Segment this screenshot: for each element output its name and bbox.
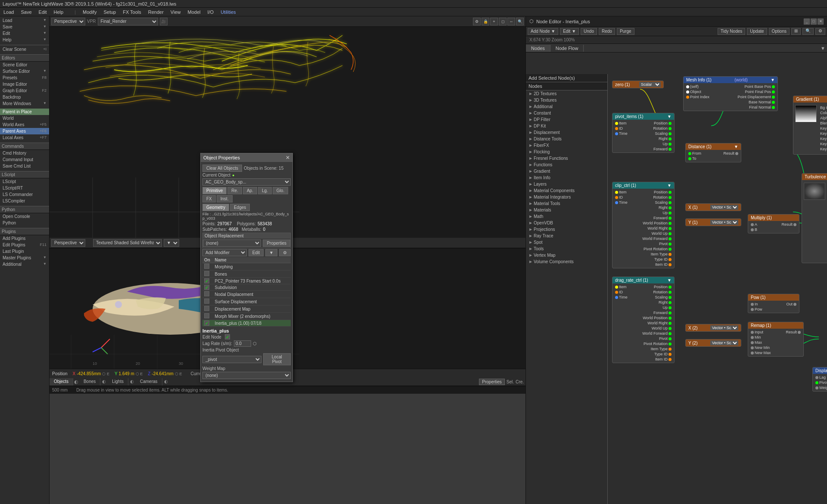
add-dp-kit[interactable]: DP Kit (526, 123, 607, 129)
menu-render[interactable]: Render (145, 9, 167, 16)
modifier-settings-btn[interactable]: ⚙ (279, 249, 291, 256)
modifier-subdivision[interactable]: Subdivision (202, 284, 291, 291)
properties-btn[interactable]: Properties (479, 379, 505, 385)
redo-btn[interactable]: Redo (599, 28, 615, 35)
node-y1[interactable]: Y (1) Vector • Scalar (685, 218, 741, 226)
tab-fx[interactable]: FX (202, 195, 216, 202)
properties-btn-obj[interactable]: Properties (263, 240, 290, 247)
toolbar-icon-6[interactable]: 🔍 (516, 18, 524, 25)
tidy-nodes-btn[interactable]: Tidy Nodes (718, 28, 745, 35)
add-material-integrators[interactable]: Material Integrators (526, 194, 607, 200)
bottom-display-2[interactable]: ▼ (164, 239, 179, 247)
node-drag-rate-arrow[interactable]: ▼ (667, 278, 672, 283)
sidebar-parent-axes[interactable]: Parent Axes+F6 (0, 128, 49, 134)
subtab-edges[interactable]: Edges (230, 204, 250, 211)
modifier-disp-map[interactable]: Displacement Map (202, 305, 291, 313)
modifier-morphing[interactable]: Morphing (202, 263, 291, 271)
checkbox-disp-map[interactable] (204, 306, 209, 311)
sidebar-world-axes[interactable]: World Axes+F5 (0, 121, 49, 128)
node-gradient[interactable]: Gradient (1) ▼ Bg Color (793, 96, 827, 155)
add-displacement[interactable]: Displacement (526, 129, 607, 136)
menu-help[interactable]: Help (50, 9, 67, 16)
sidebar-add-plugins[interactable]: Add Plugins (0, 235, 49, 242)
add-vertex-map[interactable]: Vertex Map (526, 252, 607, 258)
node-mesh-info[interactable]: Mesh Info (1) (world) ▼ (self) Point Bas… (683, 76, 778, 111)
add-2d-textures[interactable]: 2D Textures (526, 90, 607, 97)
tab-glo[interactable]: Glo. (273, 187, 288, 194)
add-volume-components[interactable]: Volume Components (526, 258, 607, 265)
add-item-info[interactable]: Item Info (526, 174, 607, 181)
menu-modify[interactable]: Modify (79, 9, 100, 16)
add-node-btn[interactable]: Add Node ▼ (528, 28, 558, 35)
lag-rate-input[interactable] (234, 340, 251, 347)
tab-lg[interactable]: Lg. (258, 187, 272, 194)
edit-btn[interactable]: Edit ▼ (560, 28, 579, 35)
add-modifier-select[interactable]: Add Modifier (202, 249, 247, 256)
checkbox-subdivision[interactable] (204, 285, 209, 290)
sidebar-help[interactable]: Help▼ (0, 37, 49, 43)
toolbar-icon-5[interactable]: ↔ (507, 18, 515, 25)
add-spot[interactable]: Spot (526, 239, 607, 246)
sidebar-cmd-history[interactable]: Cmd History (0, 150, 49, 156)
sidebar-additional[interactable]: Additional▼ (0, 261, 49, 268)
sel-btn[interactable]: Sel. (507, 380, 514, 384)
node-pow[interactable]: Pow (1) In Out Pow (748, 294, 799, 313)
node-drag-rate-ctrl[interactable]: drag_rate_ctrl (1) ▼ Item Position ID (612, 277, 675, 363)
modifier-pc2[interactable]: PC2_Pointer 73 Frames Start 0.0s (202, 278, 291, 284)
sidebar-save-cmd-list[interactable]: Save Cmd List (0, 163, 49, 169)
node-displacement[interactable]: Displacement Lag Rate (s/m) Pivot Positi… (812, 367, 827, 392)
sidebar-ls-compiler[interactable]: LSCompiler (0, 198, 49, 204)
sidebar-presets[interactable]: PresetsF8 (0, 75, 49, 81)
node-x2[interactable]: X (2) Vector • Scalar (685, 324, 741, 332)
render-mode-select[interactable]: Final_Render (98, 18, 158, 25)
sidebar-local-axes[interactable]: Local Axes+F7 (0, 134, 49, 141)
checkbox-nodal[interactable] (204, 291, 209, 296)
node-pivot-arrow[interactable]: ▼ (667, 114, 672, 119)
menu-view[interactable]: View (167, 9, 184, 16)
gear-icon[interactable]: ⚙ (815, 28, 825, 35)
menu-edit[interactable]: Edit (35, 9, 50, 16)
edit-node-checkbox[interactable] (225, 334, 230, 339)
add-flocking[interactable]: Flocking (526, 149, 607, 155)
minimize-btn[interactable]: _ (804, 19, 810, 25)
expand-btn[interactable]: ⊞ (791, 28, 801, 35)
pivot-object-select[interactable]: _pivot (202, 356, 261, 363)
edit-modifier-btn[interactable]: Edit (249, 249, 264, 256)
menu-load[interactable]: Load (0, 9, 17, 16)
sidebar-surface-editor[interactable]: Surface Editor▼ (0, 68, 49, 75)
add-math[interactable]: Math (526, 213, 607, 220)
checkbox-inertia[interactable] (204, 320, 209, 326)
modifier-inertia-plus[interactable]: Inertia_plus (1.00) 07/18 (202, 320, 291, 327)
menu-io[interactable]: I/O (204, 9, 217, 16)
menu-model[interactable]: Model (184, 9, 204, 16)
node-y1-type[interactable]: Vector • Scalar (710, 220, 738, 225)
add-constant[interactable]: Constant (526, 110, 607, 116)
tab-lights[interactable]: Lights (108, 378, 128, 386)
toolbar-icon-3[interactable]: + (490, 18, 498, 25)
sidebar-load[interactable]: Load▼ (0, 17, 49, 24)
checkbox-morphing[interactable] (204, 264, 209, 269)
maximize-btn[interactable]: □ (811, 19, 817, 25)
node-canvas-area[interactable]: zero (1) Scalar pivot_items (1) ▼ (608, 53, 827, 504)
tab-node-flow[interactable]: Node Flow (550, 45, 584, 52)
node-distance[interactable]: Distance (1) ▼ From Result To (685, 143, 741, 162)
checkbox-bones[interactable] (204, 271, 209, 276)
tab-primitive[interactable]: Primitive (202, 187, 227, 194)
node-zero-type[interactable]: Scalar (639, 82, 661, 87)
add-fresnel-functions[interactable]: Fresnel Functions (526, 155, 607, 162)
sidebar-ls-commander[interactable]: LS Commander (0, 191, 49, 198)
tab-inst[interactable]: Inst. (217, 195, 233, 202)
tab-cameras[interactable]: Cameras (136, 378, 162, 386)
add-ray-trace[interactable]: Ray Trace (526, 233, 607, 239)
node-y2-type[interactable]: Vector • Scalar (710, 340, 738, 345)
dialog-close-btn[interactable]: ✕ (286, 155, 290, 161)
node-settings-icon[interactable]: ▼ (819, 45, 827, 52)
tab-nodes[interactable]: Nodes (526, 45, 550, 52)
add-material-components[interactable]: Material Components (526, 187, 607, 194)
add-tools[interactable]: Tools (526, 246, 607, 252)
camera-icon[interactable]: 🎥 (160, 18, 168, 25)
add-selected-nodes-btn[interactable]: Add Selected Node(s) (529, 75, 575, 81)
node-zero[interactable]: zero (1) Scalar (612, 81, 664, 88)
object-replacement-select[interactable]: (none) (203, 240, 261, 247)
current-object-select[interactable]: AC_GEO_Body_sp... (202, 178, 291, 186)
